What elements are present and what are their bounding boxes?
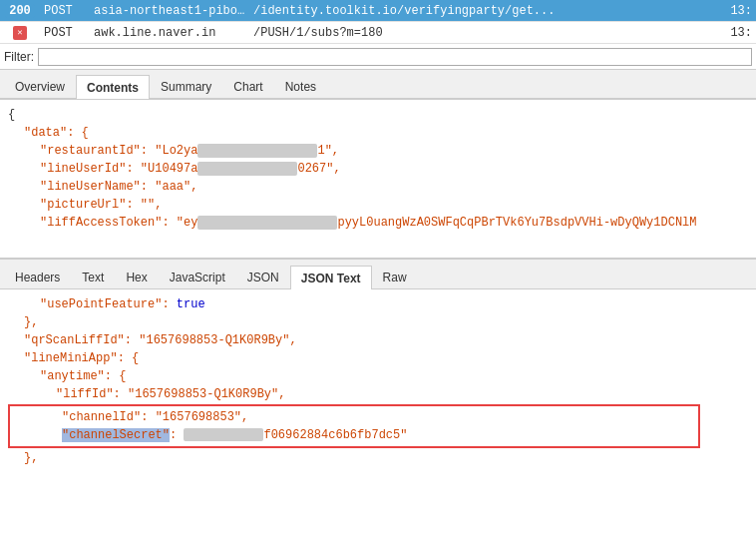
tab-text[interactable]: Text bbox=[71, 265, 115, 288]
json-line: "liffId": "1657698853-Q1K0R9By", bbox=[8, 385, 748, 403]
table-row[interactable]: 200 POST asia-northeast1-pibot... /ident… bbox=[0, 0, 756, 22]
tab-headers[interactable]: Headers bbox=[4, 265, 71, 288]
json-bottom-viewer: "usePointFeature": true }, "qrScanLiffId… bbox=[0, 289, 756, 489]
json-line: "lineUserName": "aaa", bbox=[8, 178, 748, 196]
status-cell: ✕ bbox=[0, 25, 40, 40]
json-line: "lineMiniApp": { bbox=[8, 349, 748, 367]
json-line: "lineUserId": "U10497a 0267", bbox=[8, 160, 748, 178]
tab-raw[interactable]: Raw bbox=[372, 265, 418, 288]
status-cell: 200 bbox=[0, 4, 40, 18]
filter-label: Filter: bbox=[4, 50, 34, 64]
json-line: }, bbox=[8, 449, 748, 467]
json-line: "channelId": "1657698853", bbox=[14, 408, 694, 426]
tab-chart[interactable]: Chart bbox=[222, 74, 273, 98]
json-line: "data": { bbox=[8, 124, 748, 142]
host-cell: awk.line.naver.in bbox=[90, 26, 249, 40]
json-line: "pictureUrl": "", bbox=[8, 196, 748, 214]
json-line: { bbox=[8, 106, 748, 124]
host-cell: asia-northeast1-pibot... bbox=[90, 4, 249, 18]
tab-json-text[interactable]: JSON Text bbox=[290, 266, 372, 289]
tab-javascript[interactable]: JavaScript bbox=[159, 265, 236, 288]
method-cell: POST bbox=[40, 4, 90, 18]
tab-overview[interactable]: Overview bbox=[4, 74, 76, 98]
json-line: "channelSecret": f06962884c6b6fb7dc5" bbox=[14, 426, 694, 444]
bottom-tab-bar: Headers Text Hex JavaScript JSON JSON Te… bbox=[0, 260, 756, 289]
table-row[interactable]: ✕ POST awk.line.naver.in /PUSH/1/subs?m=… bbox=[0, 22, 756, 44]
filter-bar: Filter: bbox=[0, 44, 756, 70]
tab-hex[interactable]: Hex bbox=[115, 265, 158, 288]
method-cell: POST bbox=[40, 26, 90, 40]
filter-input[interactable] bbox=[38, 48, 752, 66]
json-line: "qrScanLiffId": "1657698853-Q1K0R9By", bbox=[8, 331, 748, 349]
json-line: "liffAccessToken": "ey pyyL0uangWzA0SWFq… bbox=[8, 214, 748, 232]
time-cell: 13: bbox=[726, 4, 756, 18]
time-cell: 13: bbox=[726, 26, 756, 40]
highlight-box: "channelId": "1657698853", "channelSecre… bbox=[8, 404, 700, 448]
json-line: "restaurantId": "Lo2ya 1", bbox=[8, 142, 748, 160]
error-icon: ✕ bbox=[13, 26, 27, 40]
status-badge: 200 bbox=[5, 4, 35, 18]
tab-contents[interactable]: Contents bbox=[76, 75, 150, 99]
path-cell: /identity.toolkit.io/verifyingparty/get.… bbox=[249, 4, 726, 18]
json-line: }, bbox=[8, 313, 748, 331]
top-tab-bar: Overview Contents Summary Chart Notes bbox=[0, 70, 756, 100]
tab-notes[interactable]: Notes bbox=[274, 74, 327, 98]
json-top-viewer: { "data": { "restaurantId": "Lo2ya 1", "… bbox=[0, 100, 756, 260]
tab-json[interactable]: JSON bbox=[236, 265, 290, 288]
json-line: "usePointFeature": true bbox=[8, 295, 748, 313]
tab-summary[interactable]: Summary bbox=[150, 74, 222, 98]
top-table: 200 POST asia-northeast1-pibot... /ident… bbox=[0, 0, 756, 44]
json-line: "anytime": { bbox=[8, 367, 748, 385]
path-cell: /PUSH/1/subs?m=180 bbox=[249, 26, 726, 40]
